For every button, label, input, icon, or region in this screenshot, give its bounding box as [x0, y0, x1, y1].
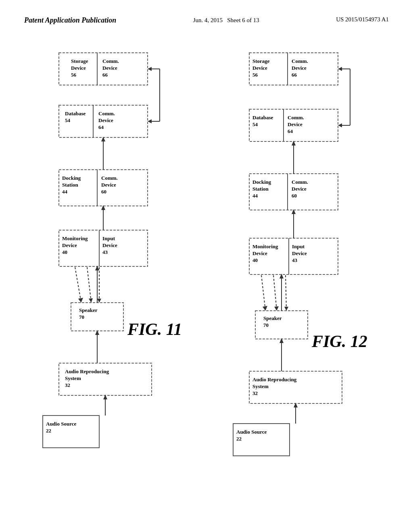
svg-text:56: 56	[71, 72, 77, 78]
svg-text:Input: Input	[292, 243, 305, 249]
svg-text:Audio Source: Audio Source	[236, 429, 267, 435]
svg-text:66: 66	[292, 72, 297, 78]
svg-marker-124	[294, 403, 298, 407]
svg-rect-73	[249, 109, 338, 141]
svg-text:Device: Device	[288, 121, 302, 127]
svg-rect-120	[233, 424, 290, 456]
svg-text:System: System	[252, 383, 269, 389]
svg-text:70: 70	[263, 322, 269, 328]
svg-text:Device: Device	[252, 65, 267, 71]
svg-rect-63	[249, 53, 338, 85]
svg-text:Comm.: Comm.	[288, 114, 304, 121]
svg-line-45	[75, 267, 81, 302]
svg-text:32: 32	[65, 382, 70, 388]
svg-rect-114	[249, 371, 342, 403]
svg-text:FIG. 12: FIG. 12	[311, 332, 367, 351]
svg-rect-20	[59, 170, 148, 206]
svg-text:Device: Device	[292, 186, 307, 192]
svg-rect-40	[71, 303, 123, 331]
header-patent-number: US 2015/0154973 A1	[336, 16, 389, 23]
svg-text:Device: Device	[102, 65, 117, 71]
svg-line-108	[261, 275, 265, 310]
header-date-sheet: Jun. 4, 2015 Sheet 6 of 13	[193, 16, 259, 25]
svg-text:Device: Device	[292, 65, 307, 71]
svg-text:Comm.: Comm.	[292, 58, 308, 64]
svg-text:Device: Device	[62, 242, 77, 248]
svg-marker-107	[280, 274, 284, 278]
svg-text:66: 66	[102, 72, 108, 78]
svg-rect-30	[59, 230, 148, 266]
svg-text:Speaker: Speaker	[79, 307, 98, 313]
svg-rect-0	[59, 53, 148, 85]
svg-text:Storage: Storage	[71, 58, 88, 64]
svg-text:54: 54	[252, 121, 258, 127]
svg-text:Database: Database	[252, 114, 273, 121]
svg-marker-50	[97, 299, 101, 303]
svg-text:Speaker: Speaker	[263, 315, 282, 321]
fig11-diagram: Storage Device 56 Comm. Device 66 Databa…	[35, 45, 188, 468]
svg-text:56: 56	[252, 72, 258, 78]
svg-text:Comm.: Comm.	[102, 58, 119, 64]
svg-text:43: 43	[102, 249, 108, 255]
svg-marker-46	[78, 298, 83, 303]
svg-text:60: 60	[101, 189, 106, 195]
svg-text:43: 43	[292, 257, 298, 263]
svg-marker-61	[103, 395, 107, 399]
svg-marker-72	[338, 67, 342, 71]
svg-text:Device: Device	[98, 117, 113, 123]
svg-text:40: 40	[62, 249, 67, 255]
svg-text:Comm.: Comm.	[101, 175, 118, 181]
svg-marker-109	[263, 306, 267, 311]
svg-rect-57	[43, 416, 99, 448]
svg-text:System: System	[65, 375, 81, 381]
svg-marker-81	[338, 123, 342, 127]
svg-text:Station: Station	[252, 186, 269, 192]
svg-rect-51	[59, 363, 152, 395]
svg-text:Input: Input	[102, 235, 115, 241]
svg-text:Station: Station	[62, 182, 79, 188]
svg-rect-83	[249, 174, 338, 210]
svg-text:44: 44	[252, 193, 258, 199]
header: Patent Application Publication Jun. 4, 2…	[0, 0, 413, 33]
page: Patent Application Publication Jun. 4, 2…	[0, 0, 413, 532]
svg-marker-111	[274, 306, 279, 311]
header-title: Patent Application Publication	[24, 16, 116, 25]
svg-rect-10	[59, 105, 148, 137]
svg-text:Comm.: Comm.	[292, 179, 308, 185]
svg-line-112	[286, 275, 286, 310]
svg-marker-18	[148, 119, 152, 123]
svg-text:54: 54	[65, 117, 71, 123]
svg-text:32: 32	[252, 390, 258, 396]
svg-text:Database: Database	[65, 110, 86, 116]
svg-marker-56	[95, 330, 99, 335]
fig12-diagram: Storage Device 56 Comm. Device 66 Databa…	[225, 45, 378, 468]
svg-line-110	[273, 275, 277, 310]
svg-text:Audio Source: Audio Source	[46, 421, 76, 427]
svg-text:Device: Device	[292, 250, 307, 256]
svg-text:Monitoring: Monitoring	[62, 235, 88, 241]
svg-marker-39	[101, 205, 105, 210]
svg-line-47	[87, 267, 91, 302]
svg-text:Device: Device	[71, 65, 86, 71]
svg-text:Comm.: Comm.	[98, 110, 115, 116]
svg-text:22: 22	[46, 428, 51, 434]
svg-text:Device: Device	[101, 182, 116, 188]
svg-text:Docking: Docking	[62, 175, 81, 181]
svg-text:Storage: Storage	[252, 58, 270, 64]
svg-text:Device: Device	[102, 242, 117, 248]
svg-text:44: 44	[62, 189, 68, 195]
svg-marker-119	[280, 338, 284, 343]
svg-text:60: 60	[292, 193, 297, 199]
svg-text:Audio Reproducing: Audio Reproducing	[252, 376, 297, 382]
svg-text:Monitoring: Monitoring	[252, 243, 278, 249]
svg-rect-93	[249, 238, 338, 274]
svg-text:22: 22	[236, 436, 242, 442]
svg-text:64: 64	[98, 124, 104, 130]
svg-text:Audio Reproducing: Audio Reproducing	[65, 368, 109, 374]
svg-text:FIG. 11: FIG. 11	[127, 320, 182, 339]
svg-marker-29	[101, 137, 105, 141]
diagrams-area: Storage Device 56 Comm. Device 66 Databa…	[0, 33, 413, 468]
svg-marker-44	[95, 266, 99, 270]
svg-marker-9	[148, 67, 152, 71]
svg-marker-102	[292, 209, 296, 214]
